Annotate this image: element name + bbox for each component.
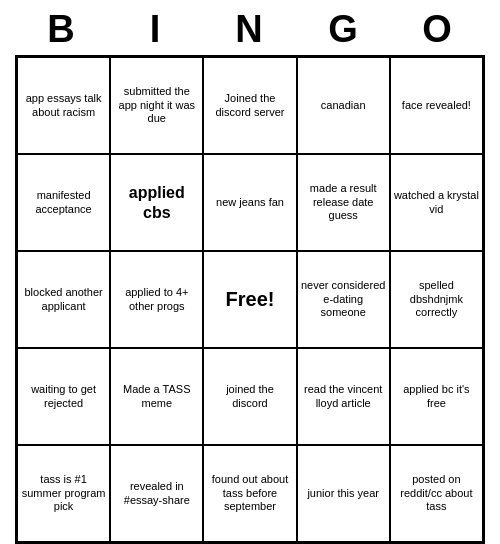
bingo-cell[interactable]: waiting to get rejected <box>17 348 110 445</box>
bingo-cell[interactable]: new jeans fan <box>203 154 296 251</box>
bingo-cell[interactable]: Joined the discord server <box>203 57 296 154</box>
letter-n: N <box>203 8 297 51</box>
bingo-cell[interactable]: app essays talk about racism <box>17 57 110 154</box>
bingo-cell[interactable]: spelled dbshdnjmk correctly <box>390 251 483 348</box>
bingo-cell[interactable]: manifested acceptance <box>17 154 110 251</box>
bingo-cell[interactable]: junior this year <box>297 445 390 542</box>
bingo-title: B I N G O <box>15 0 485 55</box>
letter-i: I <box>109 8 203 51</box>
bingo-cell[interactable]: watched a krystal vid <box>390 154 483 251</box>
bingo-cell[interactable]: canadian <box>297 57 390 154</box>
bingo-cell[interactable]: posted on reddit/cc about tass <box>390 445 483 542</box>
bingo-cell[interactable]: applied cbs <box>110 154 203 251</box>
bingo-cell[interactable]: joined the discord <box>203 348 296 445</box>
bingo-cell[interactable]: found out about tass before september <box>203 445 296 542</box>
bingo-cell[interactable]: never considered e-dating someone <box>297 251 390 348</box>
bingo-cell[interactable]: Made a TASS meme <box>110 348 203 445</box>
letter-o: O <box>391 8 485 51</box>
bingo-cell[interactable]: applied bc it's free <box>390 348 483 445</box>
bingo-cell[interactable]: read the vincent lloyd article <box>297 348 390 445</box>
bingo-cell[interactable]: revealed in #essay-share <box>110 445 203 542</box>
letter-g: G <box>297 8 391 51</box>
bingo-cell[interactable]: tass is #1 summer program pick <box>17 445 110 542</box>
bingo-cell[interactable]: submitted the app night it was due <box>110 57 203 154</box>
bingo-cell[interactable]: Free! <box>203 251 296 348</box>
bingo-cell[interactable]: blocked another applicant <box>17 251 110 348</box>
bingo-cell[interactable]: applied to 4+ other progs <box>110 251 203 348</box>
bingo-grid: app essays talk about racismsubmitted th… <box>15 55 485 544</box>
bingo-cell[interactable]: face revealed! <box>390 57 483 154</box>
letter-b: B <box>15 8 109 51</box>
bingo-cell[interactable]: made a result release date guess <box>297 154 390 251</box>
